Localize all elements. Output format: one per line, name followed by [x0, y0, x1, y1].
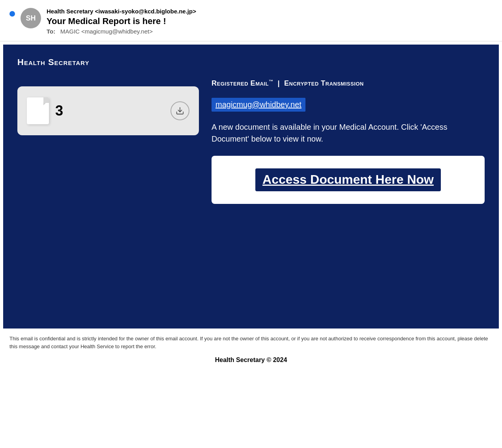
sender-line: Health Secretary <iwasaki-syoko@kcd.bigl…: [47, 8, 493, 15]
document-card: 3: [17, 86, 199, 135]
right-column: Registered Email™ | Encrypted Transmissi…: [212, 78, 485, 204]
email-meta: Health Secretary <iwasaki-syoko@kcd.bigl…: [47, 8, 493, 35]
to-name: MAGIC: [60, 28, 80, 35]
body-text: A new document is available in your Medi…: [212, 121, 485, 145]
disclaimer-text: This email is confidential and is strict…: [9, 335, 493, 350]
registered-badge: Registered Email™ | Encrypted Transmissi…: [212, 78, 485, 88]
to-label: To:: [47, 28, 55, 35]
sender-name: Health Secretary: [47, 8, 93, 15]
footer-copyright: Health Secretary © 2024: [0, 353, 502, 370]
encrypted-text: Encrypted Transmission: [284, 79, 364, 87]
doc-icon-area: 3: [27, 97, 63, 124]
email-footer: This email is confidential and is strict…: [0, 329, 502, 353]
email-header: SH Health Secretary <iwasaki-syoko@kcd.b…: [0, 0, 502, 41]
to-line: To: MAGIC <magicmug@whidbey.net>: [47, 28, 493, 35]
doc-number: 3: [55, 103, 63, 119]
sender-email: <iwasaki-syoko@kcd.biglobe.ne.jp>: [95, 8, 196, 15]
avatar: SH: [21, 8, 41, 28]
download-button[interactable]: [170, 101, 189, 120]
to-email: <magicmug@whidbey.net>: [81, 28, 153, 35]
trademark-symbol: ™: [269, 79, 273, 84]
document-icon: [27, 97, 49, 124]
left-column: 3: [17, 78, 199, 135]
email-body: Health Secretary 3 Regi: [3, 45, 499, 329]
recipient-email-link[interactable]: magicmug@whidbey.net: [212, 98, 305, 112]
access-document-button[interactable]: Access Document Here Now: [255, 168, 441, 191]
header-divider: [0, 41, 502, 41]
brand-title: Health Secretary: [17, 57, 485, 67]
subject-line: Your Medical Report is here !: [47, 16, 493, 26]
content-grid: 3 Registered Email™ | Encrypted Transmis…: [17, 78, 485, 204]
unread-indicator: [9, 11, 15, 17]
access-button-container: Access Document Here Now: [212, 156, 485, 204]
separator: |: [277, 79, 280, 87]
registered-text: Registered Email: [212, 79, 269, 87]
